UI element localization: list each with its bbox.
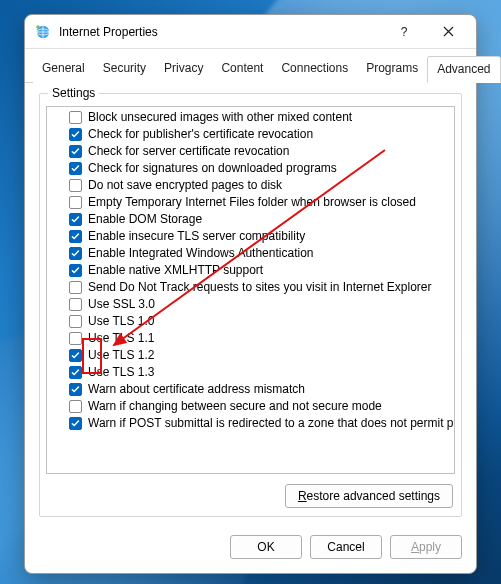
setting-row[interactable]: Enable Integrated Windows Authentication bbox=[47, 245, 454, 262]
tab-programs[interactable]: Programs bbox=[357, 56, 427, 83]
checkbox[interactable] bbox=[69, 162, 82, 175]
titlebar: Internet Properties ? bbox=[25, 15, 476, 49]
checkbox[interactable] bbox=[69, 281, 82, 294]
content-area: Settings Block unsecured images with oth… bbox=[25, 83, 476, 525]
settings-group: Settings Block unsecured images with oth… bbox=[39, 93, 462, 517]
setting-label: Enable native XMLHTTP support bbox=[88, 262, 263, 279]
cancel-button[interactable]: Cancel bbox=[310, 535, 382, 559]
setting-label: Warn if POST submittal is redirected to … bbox=[88, 415, 455, 432]
tab-privacy[interactable]: Privacy bbox=[155, 56, 212, 83]
svg-text:?: ? bbox=[401, 26, 408, 38]
tab-security[interactable]: Security bbox=[94, 56, 155, 83]
setting-row[interactable]: Warn about certificate address mismatch bbox=[47, 381, 454, 398]
setting-row[interactable]: Use SSL 3.0 bbox=[47, 296, 454, 313]
setting-row[interactable]: Send Do Not Track requests to sites you … bbox=[47, 279, 454, 296]
checkbox[interactable] bbox=[69, 247, 82, 260]
setting-label: Check for publisher's certificate revoca… bbox=[88, 126, 313, 143]
svg-point-2 bbox=[36, 25, 40, 29]
internet-options-icon bbox=[35, 24, 51, 40]
checkbox[interactable] bbox=[69, 332, 82, 345]
checkbox[interactable] bbox=[69, 366, 82, 379]
tab-general[interactable]: General bbox=[33, 56, 94, 83]
checkbox[interactable] bbox=[69, 196, 82, 209]
window-title: Internet Properties bbox=[59, 25, 158, 39]
setting-label: Send Do Not Track requests to sites you … bbox=[88, 279, 432, 296]
checkbox[interactable] bbox=[69, 128, 82, 141]
tab-content[interactable]: Content bbox=[212, 56, 272, 83]
checkbox[interactable] bbox=[69, 400, 82, 413]
checkbox[interactable] bbox=[69, 264, 82, 277]
setting-row[interactable]: Warn if changing between secure and not … bbox=[47, 398, 454, 415]
setting-row[interactable]: Block unsecured images with other mixed … bbox=[47, 109, 454, 126]
setting-label: Empty Temporary Internet Files folder wh… bbox=[88, 194, 416, 211]
setting-label: Use SSL 3.0 bbox=[88, 296, 155, 313]
close-button[interactable] bbox=[426, 17, 470, 47]
setting-label: Check for signatures on downloaded progr… bbox=[88, 160, 337, 177]
setting-label: Check for server certificate revocation bbox=[88, 143, 289, 160]
checkbox[interactable] bbox=[69, 383, 82, 396]
checkbox[interactable] bbox=[69, 213, 82, 226]
setting-label: Use TLS 1.2 bbox=[88, 347, 154, 364]
setting-label: Use TLS 1.3 bbox=[88, 364, 154, 381]
checkbox[interactable] bbox=[69, 230, 82, 243]
setting-row[interactable]: Use TLS 1.3 bbox=[47, 364, 454, 381]
setting-row[interactable]: Warn if POST submittal is redirected to … bbox=[47, 415, 454, 432]
checkbox[interactable] bbox=[69, 315, 82, 328]
setting-row[interactable]: Empty Temporary Internet Files folder wh… bbox=[47, 194, 454, 211]
setting-row[interactable]: Enable insecure TLS server compatibility bbox=[47, 228, 454, 245]
setting-label: Do not save encrypted pages to disk bbox=[88, 177, 282, 194]
setting-row[interactable]: Do not save encrypted pages to disk bbox=[47, 177, 454, 194]
setting-label: Enable DOM Storage bbox=[88, 211, 202, 228]
setting-label: Use TLS 1.0 bbox=[88, 313, 154, 330]
restore-advanced-button[interactable]: Restore advanced settings bbox=[285, 484, 453, 508]
checkbox[interactable] bbox=[69, 145, 82, 158]
checkbox[interactable] bbox=[69, 349, 82, 362]
setting-row[interactable]: Check for signatures on downloaded progr… bbox=[47, 160, 454, 177]
setting-label: Enable insecure TLS server compatibility bbox=[88, 228, 305, 245]
setting-row[interactable]: Use TLS 1.2 bbox=[47, 347, 454, 364]
internet-properties-dialog: Internet Properties ? GeneralSecurityPri… bbox=[24, 14, 477, 574]
apply-button[interactable]: Apply bbox=[390, 535, 462, 559]
setting-label: Enable Integrated Windows Authentication bbox=[88, 245, 313, 262]
help-button[interactable]: ? bbox=[382, 17, 426, 47]
setting-row[interactable]: Check for server certificate revocation bbox=[47, 143, 454, 160]
setting-label: Warn if changing between secure and not … bbox=[88, 398, 382, 415]
settings-list[interactable]: Block unsecured images with other mixed … bbox=[46, 106, 455, 474]
setting-row[interactable]: Enable native XMLHTTP support bbox=[47, 262, 454, 279]
setting-row[interactable]: Check for publisher's certificate revoca… bbox=[47, 126, 454, 143]
setting-row[interactable]: Use TLS 1.0 bbox=[47, 313, 454, 330]
setting-row[interactable]: Enable DOM Storage bbox=[47, 211, 454, 228]
tab-connections[interactable]: Connections bbox=[272, 56, 357, 83]
tab-advanced[interactable]: Advanced bbox=[427, 56, 500, 83]
ok-button[interactable]: OK bbox=[230, 535, 302, 559]
setting-row[interactable]: Use TLS 1.1 bbox=[47, 330, 454, 347]
setting-label: Block unsecured images with other mixed … bbox=[88, 109, 352, 126]
checkbox[interactable] bbox=[69, 111, 82, 124]
settings-group-label: Settings bbox=[48, 86, 99, 100]
checkbox[interactable] bbox=[69, 417, 82, 430]
dialog-buttons: OK Cancel Apply bbox=[25, 525, 476, 573]
checkbox[interactable] bbox=[69, 298, 82, 311]
checkbox[interactable] bbox=[69, 179, 82, 192]
tab-strip: GeneralSecurityPrivacyContentConnections… bbox=[25, 49, 476, 83]
setting-label: Warn about certificate address mismatch bbox=[88, 381, 305, 398]
setting-label: Use TLS 1.1 bbox=[88, 330, 154, 347]
